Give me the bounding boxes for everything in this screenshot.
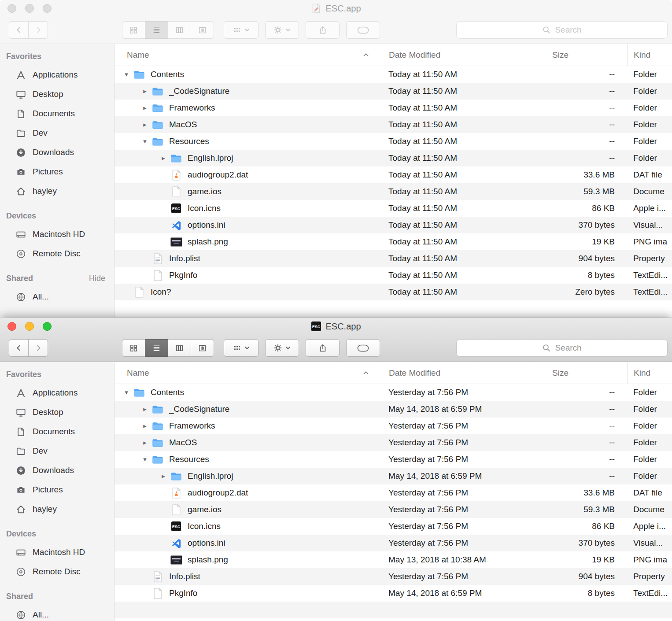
table-row[interactable]: ▾ResourcesYesterday at 7:56 PM--Folder bbox=[114, 451, 672, 468]
table-row[interactable]: Info.plistToday at 11:50 AM904 bytesProp… bbox=[114, 250, 672, 267]
column-header-date-modified[interactable]: Date Modified bbox=[379, 362, 541, 384]
disclosure-collapsed-icon[interactable]: ▸ bbox=[138, 439, 151, 447]
file-name[interactable]: game.ios bbox=[188, 187, 222, 196]
arrange-button[interactable] bbox=[224, 21, 258, 39]
table-row[interactable]: options.iniToday at 11:50 AM370 bytesVis… bbox=[114, 217, 672, 233]
table-row[interactable]: ▾ContentsYesterday at 7:56 PM--Folder bbox=[114, 384, 672, 401]
file-name[interactable]: Frameworks bbox=[169, 103, 215, 113]
minimize-button[interactable] bbox=[25, 322, 34, 331]
file-name[interactable]: _CodeSignature bbox=[169, 86, 229, 96]
column-header-size[interactable]: Size bbox=[541, 362, 627, 384]
table-row[interactable]: ▸MacOSToday at 11:50 AM--Folder bbox=[114, 116, 672, 133]
table-row[interactable]: Info.plistYesterday at 7:56 PM904 bytesP… bbox=[114, 568, 672, 585]
back-button[interactable] bbox=[9, 339, 29, 357]
disclosure-collapsed-icon[interactable]: ▸ bbox=[138, 104, 151, 112]
sidebar-item-hayley[interactable]: hayley bbox=[0, 499, 114, 519]
disclosure-collapsed-icon[interactable]: ▸ bbox=[157, 154, 170, 162]
icon-view-button[interactable] bbox=[122, 21, 145, 39]
column-header-size[interactable]: Size bbox=[541, 44, 627, 66]
table-row[interactable]: splash.pngMay 13, 2018 at 10:38 AM19 KBP… bbox=[114, 551, 672, 568]
disclosure-expanded-icon[interactable]: ▾ bbox=[138, 137, 151, 145]
titlebar[interactable]: ESC ESC.app bbox=[0, 318, 672, 335]
titlebar[interactable]: ESC.app bbox=[0, 0, 672, 17]
file-name[interactable]: splash.png bbox=[188, 555, 228, 565]
disclosure-collapsed-icon[interactable]: ▸ bbox=[138, 87, 151, 95]
zoom-button[interactable] bbox=[43, 322, 52, 331]
file-name[interactable]: Icon.icns bbox=[188, 521, 221, 531]
sidebar-item-documents[interactable]: Documents bbox=[0, 104, 114, 123]
sidebar-item-desktop[interactable]: Desktop bbox=[0, 403, 114, 422]
sidebar-item-downloads[interactable]: Downloads bbox=[0, 143, 114, 162]
minimize-button[interactable] bbox=[25, 4, 34, 13]
table-row[interactable]: ▸_CodeSignatureMay 14, 2018 at 6:59 PM--… bbox=[114, 401, 672, 418]
table-row[interactable]: ESCIcon.icnsToday at 11:50 AM86 KBApple … bbox=[114, 200, 672, 217]
file-name[interactable]: English.lproj bbox=[188, 471, 233, 481]
sidebar-item-macintosh-hd[interactable]: Macintosh HD bbox=[0, 225, 114, 244]
file-name[interactable]: PkgInfo bbox=[169, 588, 197, 598]
list-view-button[interactable] bbox=[145, 339, 168, 357]
sidebar-item-applications[interactable]: Applications bbox=[0, 383, 114, 403]
file-name[interactable]: Contents bbox=[151, 388, 184, 397]
file-name[interactable]: Icon.icns bbox=[188, 203, 221, 213]
search-input[interactable]: Search bbox=[456, 339, 668, 357]
table-row[interactable]: ▾ResourcesToday at 11:50 AM--Folder bbox=[114, 133, 672, 150]
column-header-kind[interactable]: Kind bbox=[627, 44, 672, 66]
disclosure-collapsed-icon[interactable]: ▸ bbox=[138, 121, 151, 129]
column-header-date-modified[interactable]: Date Modified bbox=[379, 44, 541, 66]
file-name[interactable]: audiogroup2.dat bbox=[188, 170, 248, 180]
sidebar-item-pictures[interactable]: Pictures bbox=[0, 162, 114, 181]
column-view-button[interactable] bbox=[168, 21, 191, 39]
table-row[interactable]: splash.pngToday at 11:50 AM19 KBPNG ima bbox=[114, 233, 672, 250]
sidebar-item-desktop[interactable]: Desktop bbox=[0, 85, 114, 104]
file-name[interactable]: Resources bbox=[169, 455, 209, 464]
column-view-button[interactable] bbox=[168, 339, 191, 357]
search-input[interactable]: Search bbox=[456, 21, 668, 39]
file-name[interactable]: Contents bbox=[151, 70, 184, 79]
file-name[interactable]: game.ios bbox=[188, 505, 222, 514]
sidebar-item-documents[interactable]: Documents bbox=[0, 422, 114, 441]
table-row[interactable]: audiogroup2.datToday at 11:50 AM33.6 MBD… bbox=[114, 166, 672, 183]
zoom-button[interactable] bbox=[43, 4, 52, 13]
table-row[interactable]: PkgInfoMay 14, 2018 at 6:59 PM8 bytesTex… bbox=[114, 585, 672, 602]
table-row[interactable]: ▸FrameworksYesterday at 7:56 PM--Folder bbox=[114, 418, 672, 434]
table-row[interactable]: ▸FrameworksToday at 11:50 AM--Folder bbox=[114, 100, 672, 116]
action-menu-button[interactable] bbox=[265, 339, 299, 357]
file-name[interactable]: MacOS bbox=[169, 438, 197, 447]
sidebar-item-applications[interactable]: Applications bbox=[0, 65, 114, 85]
sidebar-item-all[interactable]: All... bbox=[0, 605, 114, 621]
sidebar-item-dev[interactable]: Dev bbox=[0, 123, 114, 143]
table-row[interactable]: ▾ContentsToday at 11:50 AM--Folder bbox=[114, 66, 672, 83]
sidebar-item-macintosh-hd[interactable]: Macintosh HD bbox=[0, 543, 114, 562]
forward-button[interactable] bbox=[28, 339, 48, 357]
table-row[interactable]: audiogroup2.datYesterday at 7:56 PM33.6 … bbox=[114, 484, 672, 501]
table-row[interactable]: PkgInfoToday at 11:50 AM8 bytesTextEdi..… bbox=[114, 267, 672, 284]
table-row[interactable]: ESCIcon.icnsYesterday at 7:56 PM86 KBApp… bbox=[114, 518, 672, 535]
table-row[interactable]: game.iosYesterday at 7:56 PM59.3 MBDocum… bbox=[114, 501, 672, 518]
disclosure-collapsed-icon[interactable]: ▸ bbox=[138, 405, 151, 413]
column-header-name[interactable]: Name bbox=[114, 362, 379, 384]
column-header-name[interactable]: Name bbox=[114, 44, 379, 66]
arrange-button[interactable] bbox=[224, 339, 258, 357]
sidebar-item-remote-disc[interactable]: Remote Disc bbox=[0, 244, 114, 263]
table-row[interactable]: game.iosToday at 11:50 AM59.3 MBDocume bbox=[114, 183, 672, 200]
disclosure-collapsed-icon[interactable]: ▸ bbox=[157, 472, 170, 480]
sidebar-item-downloads[interactable]: Downloads bbox=[0, 461, 114, 480]
table-row[interactable]: ▸English.lprojToday at 11:50 AM--Folder bbox=[114, 150, 672, 166]
table-row[interactable]: ▸English.lprojMay 14, 2018 at 6:59 PM--F… bbox=[114, 468, 672, 484]
file-name[interactable]: _CodeSignature bbox=[169, 404, 229, 414]
file-name[interactable]: English.lproj bbox=[188, 153, 233, 163]
sidebar-item-all[interactable]: All... bbox=[0, 287, 114, 307]
sidebar-item-hayley[interactable]: hayley bbox=[0, 181, 114, 201]
file-name[interactable]: MacOS bbox=[169, 120, 197, 129]
column-header-kind[interactable]: Kind bbox=[627, 362, 672, 384]
sidebar-item-remote-disc[interactable]: Remote Disc bbox=[0, 562, 114, 581]
action-menu-button[interactable] bbox=[265, 21, 299, 39]
table-row[interactable]: ▸MacOSYesterday at 7:56 PM--Folder bbox=[114, 434, 672, 451]
disclosure-expanded-icon[interactable]: ▾ bbox=[120, 70, 133, 78]
disclosure-expanded-icon[interactable]: ▾ bbox=[120, 388, 133, 396]
file-name[interactable]: Frameworks bbox=[169, 421, 215, 431]
file-name[interactable]: Resources bbox=[169, 137, 209, 146]
list-view-button[interactable] bbox=[145, 21, 168, 39]
sidebar-hide-button[interactable]: Hide bbox=[89, 274, 105, 283]
sidebar-item-pictures[interactable]: Pictures bbox=[0, 480, 114, 499]
